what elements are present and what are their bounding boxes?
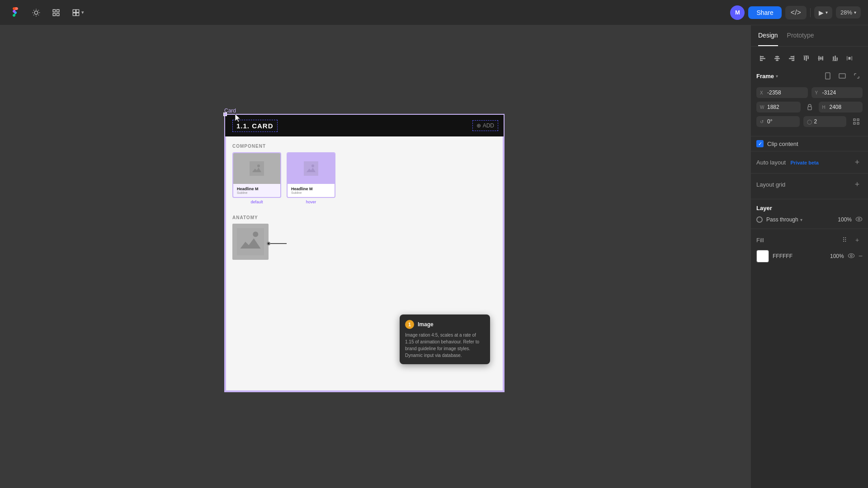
anatomy-card[interactable] xyxy=(232,224,269,260)
card-default[interactable]: Headline M Subline xyxy=(232,152,281,198)
component-section-label: COMPONENT xyxy=(225,136,504,152)
fill-row: FFFFFF 100% − xyxy=(756,250,863,263)
align-center-h-button[interactable] xyxy=(771,52,783,65)
align-right-button[interactable] xyxy=(785,52,798,65)
svg-point-10 xyxy=(257,164,260,167)
svg-rect-28 xyxy=(806,56,807,61)
svg-rect-35 xyxy=(833,56,834,60)
w-label: W xyxy=(760,105,765,110)
zoom-dropdown-arrow: ▾ xyxy=(854,10,856,15)
height-field[interactable]: H 2408 xyxy=(819,102,863,113)
landscape-icon-button[interactable] xyxy=(836,70,848,82)
auto-layout-add-button[interactable]: + xyxy=(852,157,863,168)
y-field[interactable]: Y -3124 xyxy=(811,87,863,98)
frame-icons xyxy=(822,70,863,82)
layout-grid-title: Layout grid xyxy=(756,181,785,188)
fill-header: Fill ⠿ + xyxy=(756,235,863,245)
card-hover[interactable]: Headline M Subline xyxy=(287,152,335,198)
topbar-left: ▾ xyxy=(7,5,88,21)
distribute-button[interactable] xyxy=(843,52,856,65)
layer-visibility-button[interactable] xyxy=(855,216,863,223)
fill-add-button[interactable]: + xyxy=(852,235,863,245)
rotation-field[interactable]: ↺ 0° xyxy=(756,116,800,127)
code-button[interactable]: </> xyxy=(785,6,807,19)
radius-icon: ◯ xyxy=(807,119,812,124)
frame-section-header: Frame ▾ xyxy=(756,70,863,82)
svg-rect-39 xyxy=(847,56,847,60)
portrait-icon-button[interactable] xyxy=(822,70,834,82)
annotation-text: Image ration 4:5, scales at a rate of 1.… xyxy=(405,332,485,359)
alignment-tools xyxy=(751,47,868,68)
layer-right: 100% xyxy=(838,216,863,223)
svg-point-46 xyxy=(858,218,860,220)
shape-tool-button[interactable] xyxy=(49,5,63,20)
svg-rect-1 xyxy=(53,9,55,12)
svg-point-45 xyxy=(856,217,862,221)
x-field[interactable]: X -2358 xyxy=(756,87,808,98)
align-bottom-button[interactable] xyxy=(829,52,841,65)
layer-opacity-value[interactable]: 100% xyxy=(838,216,852,223)
card-hover-body: Headline M Subline xyxy=(288,184,335,197)
theme-toggle-button[interactable] xyxy=(29,5,43,20)
svg-rect-3 xyxy=(53,13,55,15)
fill-visibility-button[interactable] xyxy=(848,253,855,260)
figma-logo[interactable] xyxy=(7,5,24,21)
play-button[interactable]: ▶ ▾ xyxy=(814,6,832,19)
svg-rect-41 xyxy=(849,57,851,60)
align-left-button[interactable] xyxy=(756,52,769,65)
y-label: Y xyxy=(815,90,821,95)
align-middle-v-button[interactable] xyxy=(814,52,827,65)
auto-layout-title-area: Auto layout Private beta xyxy=(756,158,819,166)
width-field[interactable]: W 1882 xyxy=(756,102,801,113)
fill-hex-value[interactable]: FFFFFF xyxy=(773,253,822,259)
svg-rect-42 xyxy=(826,73,830,79)
radius-field[interactable]: ◯ 2 xyxy=(803,116,847,127)
layer-left: Pass through ▾ xyxy=(756,216,802,223)
frame-header: 1.1. CARD ⊕ ADD xyxy=(225,115,504,136)
frame-dropdown-arrow[interactable]: ▾ xyxy=(776,74,778,79)
fill-color-swatch[interactable] xyxy=(756,250,769,263)
fill-grid-button[interactable]: ⠿ xyxy=(839,235,850,245)
h-label: H xyxy=(822,105,828,110)
svg-rect-8 xyxy=(76,13,79,15)
rotation-icon: ↺ xyxy=(760,119,765,124)
align-top-button[interactable] xyxy=(800,52,812,65)
card-hover-state: hover xyxy=(306,200,316,204)
layout-grid-add-button[interactable]: + xyxy=(852,179,863,190)
svg-point-48 xyxy=(850,255,852,257)
tab-design[interactable]: Design xyxy=(758,25,778,46)
main-area: Card 1.1. CARD ⊕ ADD COMPONENT xyxy=(0,25,868,488)
fill-section: Fill ⠿ + FFFFFF 100% − xyxy=(751,229,868,268)
code-icon: </> xyxy=(791,9,801,17)
canvas[interactable]: Card 1.1. CARD ⊕ ADD COMPONENT xyxy=(0,25,750,488)
frame-title-area: Frame ▾ xyxy=(756,73,778,80)
frame-header-link[interactable]: ⊕ ADD xyxy=(472,120,498,131)
svg-rect-40 xyxy=(852,56,852,60)
layout-grid-section: Layout grid + xyxy=(751,174,868,199)
component-tool-button[interactable]: ▾ xyxy=(69,5,88,20)
svg-point-14 xyxy=(253,232,258,237)
svg-rect-26 xyxy=(794,56,794,61)
user-avatar[interactable]: M xyxy=(730,5,745,20)
xy-row: X -2358 Y -3124 xyxy=(756,87,863,98)
selection-handle-tl[interactable] xyxy=(223,113,227,116)
lock-aspect-button[interactable] xyxy=(804,102,815,113)
fill-remove-button[interactable]: − xyxy=(859,252,863,260)
card-default-body: Headline M Subline xyxy=(233,184,280,197)
clip-content-checkbox[interactable]: ✓ xyxy=(756,140,764,147)
resize-icon-button[interactable] xyxy=(851,70,863,82)
card-default-subline: Subline xyxy=(237,191,277,194)
tab-prototype[interactable]: Prototype xyxy=(787,25,814,46)
rotation-value: 0° xyxy=(767,118,772,125)
main-frame[interactable]: 1.1. CARD ⊕ ADD COMPONENT xyxy=(224,114,505,392)
blend-mode-selector[interactable]: Pass through ▾ xyxy=(766,216,802,223)
blend-mode-value: Pass through xyxy=(766,216,798,223)
svg-rect-44 xyxy=(808,107,811,110)
svg-rect-5 xyxy=(73,9,75,12)
anatomy-label: ANATOMY xyxy=(232,211,496,224)
radius-options-button[interactable] xyxy=(850,116,863,127)
svg-point-12 xyxy=(311,164,314,167)
zoom-level-button[interactable]: 28% ▾ xyxy=(836,6,861,19)
share-button[interactable]: Share xyxy=(748,6,781,19)
fill-opacity-value[interactable]: 100% xyxy=(826,253,844,259)
